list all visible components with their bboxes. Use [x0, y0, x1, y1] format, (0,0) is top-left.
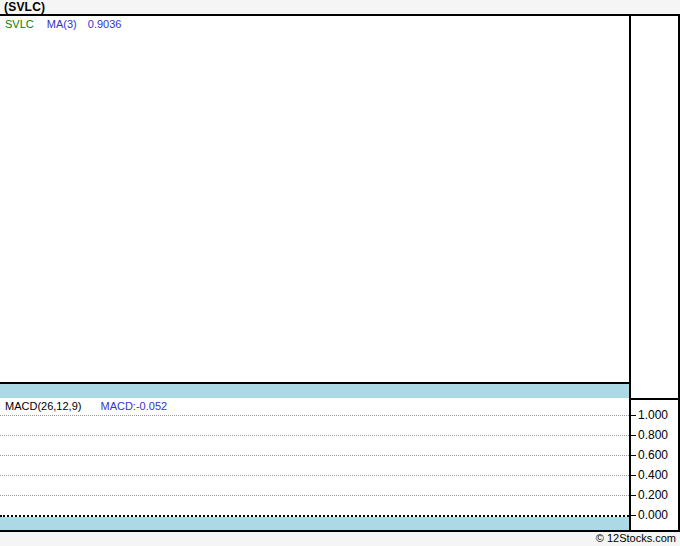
- gridline-0800: [0, 435, 629, 436]
- axis-tick-mark: [631, 435, 636, 436]
- axis-tick-label: 0.000: [638, 508, 678, 522]
- gridline-0600: [0, 455, 629, 456]
- ticker-symbol-label: SVLC: [5, 18, 34, 30]
- macd-legend: MACD(26,12,9) MACD:-0.052: [5, 400, 167, 412]
- price-chart-legend: SVLC MA(3) 0.9036: [5, 18, 121, 30]
- axis-tick-mark: [631, 495, 636, 496]
- macd-value-label: MACD:-0.052: [100, 400, 167, 412]
- price-chart-panel: SVLC MA(3) 0.9036: [0, 16, 629, 382]
- axis-tick-label: 0.600: [638, 448, 678, 462]
- axis-tick-label: 0.200: [638, 488, 678, 502]
- axis-tick-label: 0.800: [638, 428, 678, 442]
- axis-tick-label: 0.400: [638, 468, 678, 482]
- stock-chart-window: (SVLC) SVLC MA(3) 0.9036 MACD(26,12,9) M…: [0, 0, 680, 546]
- gridline-1000: [0, 415, 629, 416]
- page-title: (SVLC): [4, 0, 45, 14]
- macd-params-label: MACD(26,12,9): [5, 400, 81, 412]
- axis-tick-mark: [631, 455, 636, 456]
- moving-average-value: 0.9036: [88, 18, 122, 30]
- axis-tick-mark: [631, 515, 636, 516]
- macd-y-axis: 1.000 0.800 0.600 0.400 0.200 0.000: [631, 16, 678, 530]
- footer-divider: [0, 530, 680, 532]
- separator-band-top: [0, 384, 629, 398]
- moving-average-label: MA(3): [47, 18, 77, 30]
- axis-panel-divider: [631, 398, 678, 400]
- axis-tick-label: 1.000: [638, 408, 678, 422]
- axis-tick-mark: [631, 475, 636, 476]
- macd-panel: MACD(26,12,9) MACD:-0.052: [0, 398, 629, 517]
- separator-band-bottom: [0, 517, 629, 530]
- gridline-0400: [0, 475, 629, 476]
- axis-tick-mark: [631, 415, 636, 416]
- gridline-0200: [0, 495, 629, 496]
- copyright-brand-link[interactable]: © 12Stocks.com: [596, 532, 676, 545]
